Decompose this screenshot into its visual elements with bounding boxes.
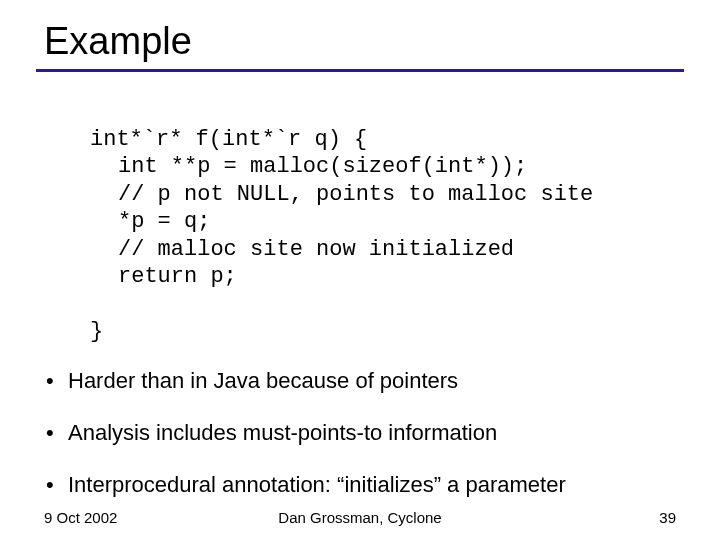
code-line-1: int **p = malloc(sizeof(int*)); [118,154,527,179]
code-line-4: // malloc site now initialized [118,237,514,262]
code-line-3: *p = q; [118,209,210,234]
title-area: Example [0,0,720,63]
bullet-item-3: Interprocedural annotation: “initializes… [42,472,720,498]
bullet-item-2: Analysis includes must-points-to informa… [42,420,720,446]
code-signature: int*`r* f(int*`r q) { [90,127,367,152]
footer-author: Dan Grossman, Cyclone [0,509,720,526]
slide-title: Example [44,20,720,63]
slide: Example int*`r* f(int*`r q) { int **p = … [0,0,720,540]
code-body: int **p = malloc(sizeof(int*)); // p not… [90,153,720,291]
bullet-item-1: Harder than in Java because of pointers [42,368,720,394]
code-close: } [90,319,103,344]
code-line-2: // p not NULL, points to malloc site [118,182,593,207]
code-line-5: return p; [118,264,237,289]
code-block: int*`r* f(int*`r q) { int **p = malloc(s… [0,72,720,346]
bullet-list: Harder than in Java because of pointers … [0,346,720,499]
footer-page-number: 39 [659,509,676,526]
